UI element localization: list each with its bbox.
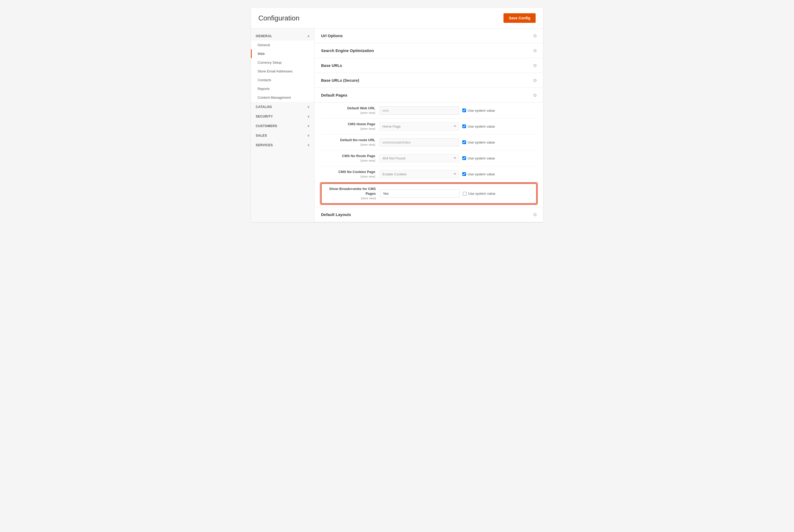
sidebar-section-label-services: SERVICES [256,143,273,147]
default-web-url-use-system-checkbox[interactable] [462,109,466,112]
cms-home-page-use-system-checkbox[interactable] [462,125,466,128]
sidebar-section-customers: CUSTOMERS ∨ [251,121,314,131]
setting-row-cms-home-page: CMS Home Page [store view] Home Page Use… [321,119,537,134]
setting-control-show-breadcrumbs: Yes No Use system value [380,189,536,198]
page-header: Configuration Save Config [251,8,543,28]
default-pages-settings: Default Web URL [store view] Use system … [315,103,543,207]
setting-label-cms-no-route-page: CMS No Route Page [store view] [321,154,380,163]
sidebar-section-header-catalog[interactable]: CATALOG ∨ [251,102,314,111]
url-options-chevron-icon: ⊙ [533,33,537,38]
chevron-down-icon-customers: ∨ [307,124,310,128]
seo-section[interactable]: Search Engine Optimization ⊙ [315,43,543,58]
sidebar-section-header-services[interactable]: SERVICES ∨ [251,140,314,150]
base-urls-secure-section[interactable]: Base URLs (Secure) ⊙ [315,73,543,88]
base-urls-secure-chevron-icon: ⊙ [533,78,537,83]
sidebar-section-catalog: CATALOG ∨ [251,102,314,111]
base-urls-chevron-icon: ⊙ [533,63,537,68]
setting-label-no-route-url: Default No-route URL [store view] [321,138,380,147]
show-breadcrumbs-use-system-checkbox[interactable] [463,192,466,195]
default-web-url-use-system-label: Use system value [462,109,495,113]
setting-control-no-route-url: Use system value [380,138,537,147]
sidebar-section-header-general[interactable]: GENERAL ∧ [251,32,314,41]
sidebar-section-sales: SALES ∨ [251,131,314,140]
default-pages-chevron-icon: ⊙ [533,93,537,98]
default-web-url-input[interactable] [380,107,459,115]
cms-no-cookies-page-select[interactable]: Enable Cookies [380,170,459,178]
default-layouts-chevron-icon: ⊙ [533,212,537,217]
setting-label-default-web-url: Default Web URL [store view] [321,106,380,115]
chevron-down-icon-catalog: ∨ [307,105,310,109]
setting-label-cms-home-page: CMS Home Page [store view] [321,122,380,131]
show-breadcrumbs-use-system-label: Use system value [463,192,496,195]
base-urls-secure-title: Base URLs (Secure) [321,78,359,82]
sidebar-section-label-general: GENERAL [256,34,272,38]
setting-row-show-breadcrumbs: Show Breadcrumbs for CMS Pages [store vi… [321,183,537,204]
show-breadcrumbs-select[interactable]: Yes No [380,189,460,198]
seo-title: Search Engine Optimization [321,48,374,53]
setting-label-cms-no-cookies-page: CMS No Cookies Page [store view] [321,170,380,179]
setting-row-cms-no-route-page: CMS No Route Page [store view] 404 Not F… [321,150,537,166]
base-urls-section[interactable]: Base URLs ⊙ [315,58,543,73]
url-options-section[interactable]: Url Options ⊙ [315,28,543,43]
default-pages-title: Default Pages [321,93,347,97]
sidebar-section-header-security[interactable]: SECURITY ∨ [251,112,314,121]
chevron-down-icon-security: ∨ [307,115,310,118]
sidebar-section-label-customers: CUSTOMERS [256,124,277,128]
cms-no-route-page-select[interactable]: 404 Not Found [380,154,459,163]
cms-no-route-page-use-system-label: Use system value [462,156,495,160]
seo-chevron-icon: ⊙ [533,48,537,53]
sidebar-item-general[interactable]: General [251,41,314,49]
content-area: GENERAL ∧ General Web Currency Setup Sto… [251,28,543,222]
sidebar-section-label-security: SECURITY [256,115,273,118]
setting-control-cms-no-route-page: 404 Not Found Use system value [380,154,537,163]
sidebar-item-content-management[interactable]: Content Management [251,93,314,102]
setting-control-default-web-url: Use system value [380,107,537,115]
default-pages-header[interactable]: Default Pages ⊙ [315,88,543,103]
cms-home-page-use-system-label: Use system value [462,125,495,129]
cms-no-cookies-page-use-system-label: Use system value [462,172,495,176]
sidebar-section-label-catalog: CATALOG [256,105,272,109]
default-layouts-section[interactable]: Default Layouts ⊙ [315,207,543,222]
sidebar-item-currency-setup[interactable]: Currency Setup [251,58,314,67]
setting-label-show-breadcrumbs: Show Breadcrumbs for CMS Pages [store vi… [321,187,380,201]
setting-row-no-route-url: Default No-route URL [store view] Use sy… [321,134,537,150]
page-container: Configuration Save Config GENERAL ∧ Gene… [251,8,543,222]
chevron-down-icon-services: ∨ [307,143,310,147]
sidebar-section-services: SERVICES ∨ [251,140,314,150]
sidebar-items-general: General Web Currency Setup Store Email A… [251,41,314,102]
setting-control-cms-no-cookies-page: Enable Cookies Use system value [380,170,537,178]
no-route-url-input[interactable] [380,138,459,147]
cms-no-cookies-page-use-system-checkbox[interactable] [462,172,466,176]
save-config-button[interactable]: Save Config [503,13,536,23]
cms-no-route-page-use-system-checkbox[interactable] [462,156,466,160]
sidebar-section-header-sales[interactable]: SALES ∨ [251,131,314,140]
sidebar-section-header-customers[interactable]: CUSTOMERS ∨ [251,121,314,131]
default-pages-section: Default Pages ⊙ Default Web URL [store v… [315,88,543,207]
cms-home-page-select[interactable]: Home Page [380,122,459,131]
setting-control-cms-home-page: Home Page Use system value [380,122,537,131]
sidebar: GENERAL ∧ General Web Currency Setup Sto… [251,28,315,222]
sidebar-section-general: GENERAL ∧ General Web Currency Setup Sto… [251,32,314,102]
chevron-down-icon-sales: ∨ [307,134,310,137]
chevron-up-icon-general: ∧ [307,34,310,38]
sidebar-item-contacts[interactable]: Contacts [251,76,314,84]
sidebar-section-label-sales: SALES [256,134,267,137]
url-options-title: Url Options [321,34,343,38]
sidebar-item-store-email[interactable]: Store Email Addresses [251,67,314,76]
sidebar-section-security: SECURITY ∨ [251,112,314,121]
page-title: Configuration [258,14,299,22]
default-layouts-title: Default Layouts [321,212,351,217]
sidebar-item-reports[interactable]: Reports [251,84,314,93]
sidebar-item-web[interactable]: Web [251,49,314,58]
base-urls-title: Base URLs [321,63,342,68]
setting-row-default-web-url: Default Web URL [store view] Use system … [321,103,537,119]
no-route-url-use-system-label: Use system value [462,140,495,144]
main-content: Url Options ⊙ Search Engine Optimization… [315,28,543,222]
no-route-url-use-system-checkbox[interactable] [462,140,466,144]
setting-row-cms-no-cookies-page: CMS No Cookies Page [store view] Enable … [321,166,537,182]
